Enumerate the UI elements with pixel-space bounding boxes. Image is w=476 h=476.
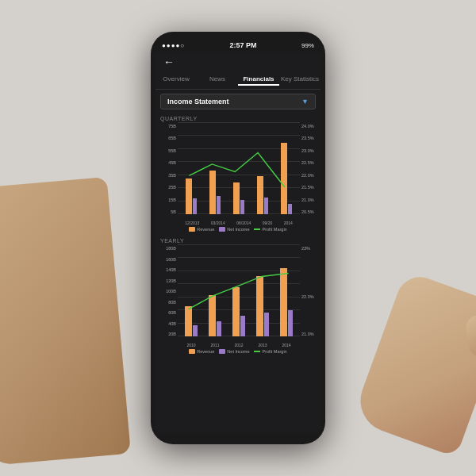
yearly-legend: Revenue Net Income Profit Margin bbox=[159, 347, 317, 356]
legend-net-income: Net Income bbox=[219, 227, 249, 232]
bar-income-5 bbox=[288, 204, 292, 214]
tab-financials[interactable]: Financials bbox=[238, 74, 279, 86]
nav-tabs: Overview News Financials Key Statistics bbox=[155, 72, 321, 90]
yearly-legend-margin-line bbox=[254, 351, 260, 352]
bar-group-2 bbox=[209, 171, 221, 214]
yearly-bar-revenue-2 bbox=[209, 295, 216, 336]
legend-revenue-box bbox=[189, 227, 195, 232]
tab-news[interactable]: News bbox=[197, 74, 238, 86]
yearly-x-axis: 2010 2011 2012 2013 2014 bbox=[178, 343, 300, 347]
bar-revenue-1 bbox=[186, 178, 192, 214]
tab-key-statistics[interactable]: Key Statistics bbox=[279, 74, 321, 86]
quarterly-chart-inner: 12/2013 03/2014 06/2014 09/20 2014 bbox=[178, 122, 300, 225]
back-icon[interactable]: ← bbox=[163, 56, 175, 68]
yearly-bar-income-2 bbox=[217, 321, 221, 336]
quarterly-chart-area: 75B 65B 55B 45B 35B 25B 15B 5B bbox=[159, 122, 317, 225]
yearly-bar-revenue-4 bbox=[256, 276, 263, 336]
status-bar: ●●●●○ 2:57 PM 99% bbox=[155, 40, 321, 52]
yearly-y-axis-left: 180B 160B 140B 120B 100B 80B 60B 40B 20B bbox=[159, 244, 178, 347]
quarterly-y-axis-left: 75B 65B 55B 45B 35B 25B 15B 5B bbox=[159, 122, 178, 225]
quarterly-x-axis: 12/2013 03/2014 06/2014 09/20 2014 bbox=[178, 221, 300, 225]
dropdown-arrow-icon: ▼ bbox=[301, 98, 309, 106]
bar-income-3 bbox=[240, 200, 244, 214]
legend-margin-label: Profit Margin bbox=[262, 227, 286, 232]
yearly-bar-group-2 bbox=[209, 295, 221, 336]
bar-income-2 bbox=[217, 196, 221, 214]
hand-left bbox=[0, 177, 131, 466]
yearly-bar-group-3 bbox=[232, 287, 245, 336]
bar-income-4 bbox=[264, 198, 268, 214]
bar-group-3 bbox=[233, 182, 244, 214]
tab-overview[interactable]: Overview bbox=[155, 74, 197, 86]
yearly-bars bbox=[178, 244, 300, 336]
status-battery: 99% bbox=[301, 42, 314, 49]
yearly-legend-profit-margin: Profit Margin bbox=[254, 349, 286, 354]
yearly-legend-income-label: Net Income bbox=[227, 349, 249, 354]
quarterly-label: QUARTERLY bbox=[155, 113, 321, 122]
legend-income-label: Net Income bbox=[227, 227, 249, 232]
yearly-bar-income-1 bbox=[193, 325, 198, 336]
legend-revenue-label: Revenue bbox=[197, 227, 214, 232]
yearly-bar-group-5 bbox=[280, 268, 293, 336]
yearly-legend-income-box bbox=[219, 349, 225, 354]
yearly-chart: 180B 160B 140B 120B 100B 80B 60B 40B 20B bbox=[155, 244, 321, 358]
bar-revenue-4 bbox=[257, 176, 263, 214]
bar-group-5 bbox=[281, 143, 292, 214]
yearly-y-axis-right: 23% 22.0% 21.0% bbox=[300, 244, 317, 347]
yearly-bar-revenue-1 bbox=[185, 306, 192, 336]
yearly-legend-margin-label: Profit Margin bbox=[262, 349, 286, 354]
bar-group-1 bbox=[186, 178, 197, 214]
dropdown-label: Income Statement bbox=[167, 98, 229, 106]
bar-income-1 bbox=[193, 198, 197, 214]
quarterly-y-axis-right: 24.0% 23.5% 23.0% 22.5% 22.0% 21.5% 21.0… bbox=[300, 122, 317, 225]
yearly-bar-income-4 bbox=[264, 313, 269, 336]
yearly-bar-income-3 bbox=[240, 316, 245, 336]
income-statement-dropdown[interactable]: Income Statement ▼ bbox=[160, 94, 316, 109]
bar-revenue-3 bbox=[233, 182, 240, 214]
bar-revenue-5 bbox=[281, 143, 287, 214]
yearly-bar-revenue-5 bbox=[280, 268, 287, 336]
signal-dots: ●●●●○ bbox=[162, 42, 185, 49]
status-time: 2:57 PM bbox=[230, 41, 257, 49]
app-screen: ← Overview News Financials Key Statistic… bbox=[155, 52, 321, 432]
phone: ●●●●○ 2:57 PM 99% ← Overview News Financ… bbox=[151, 32, 325, 444]
yearly-legend-revenue: Revenue bbox=[189, 349, 214, 354]
hand-right bbox=[351, 271, 476, 458]
yearly-chart-area: 180B 160B 140B 120B 100B 80B 60B 40B 20B bbox=[159, 244, 317, 347]
yearly-bar-revenue-3 bbox=[232, 287, 240, 336]
legend-profit-margin: Profit Margin bbox=[254, 227, 286, 232]
finger-tip bbox=[464, 313, 476, 356]
yearly-legend-revenue-box bbox=[189, 349, 195, 354]
yearly-bar-group-1 bbox=[185, 306, 198, 336]
yearly-chart-inner: 2010 2011 2012 2013 2014 bbox=[178, 244, 300, 347]
legend-income-box bbox=[219, 227, 225, 232]
yearly-bar-income-5 bbox=[288, 310, 293, 336]
quarterly-chart: 75B 65B 55B 45B 35B 25B 15B 5B bbox=[155, 122, 321, 236]
yearly-bar-group-4 bbox=[256, 276, 269, 336]
legend-revenue: Revenue bbox=[189, 227, 214, 232]
yearly-label: YEARLY bbox=[155, 236, 321, 244]
bar-revenue-2 bbox=[209, 171, 216, 214]
scene: ●●●●○ 2:57 PM 99% ← Overview News Financ… bbox=[0, 0, 476, 476]
legend-margin-line bbox=[254, 228, 260, 230]
yearly-legend-net-income: Net Income bbox=[219, 349, 249, 354]
quarterly-legend: Revenue Net Income Profit Margin bbox=[159, 225, 317, 234]
bar-group-4 bbox=[257, 176, 268, 214]
yearly-legend-revenue-label: Revenue bbox=[197, 349, 214, 354]
back-bar[interactable]: ← bbox=[155, 52, 321, 72]
quarterly-bars bbox=[178, 122, 300, 214]
